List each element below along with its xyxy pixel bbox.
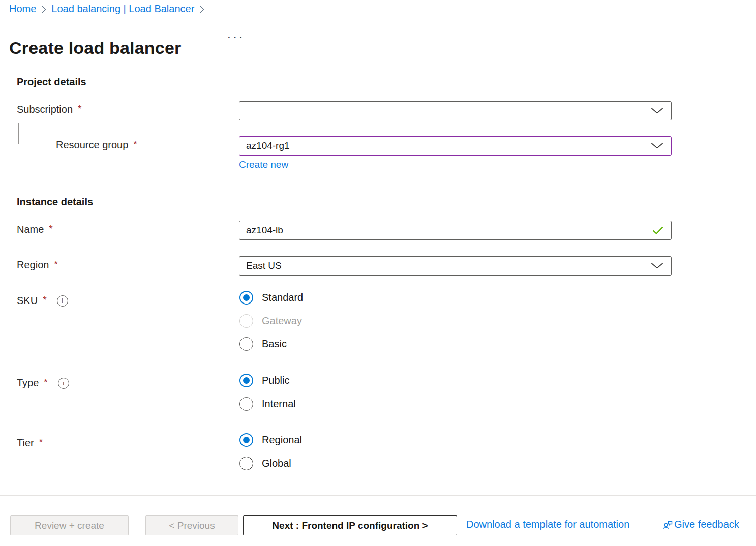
required-asterisk: * (54, 259, 57, 270)
page-title: Create load balancer (9, 38, 181, 58)
radio-sku-basic[interactable]: Basic (239, 337, 287, 351)
radio-unselected-icon (239, 337, 253, 351)
required-asterisk: * (43, 294, 46, 306)
required-asterisk: * (39, 437, 43, 448)
next-frontend-ip-button[interactable]: Next : Frontend IP configuration > (243, 515, 457, 535)
more-options-ellipsis-icon[interactable]: ··· (228, 33, 246, 43)
required-asterisk: * (49, 223, 52, 234)
feedback-icon (662, 520, 673, 530)
give-feedback-link[interactable]: Give feedback (662, 519, 739, 530)
radio-sku-standard[interactable]: Standard (239, 291, 303, 305)
required-asterisk: * (44, 377, 47, 388)
chevron-down-icon (651, 108, 663, 114)
previous-button[interactable]: < Previous (145, 515, 238, 535)
radio-tier-regional[interactable]: Regional (239, 433, 302, 447)
tier-label-text: Tier (17, 437, 34, 449)
sub-resource-connector-line (18, 123, 50, 144)
tier-label: Tier * (17, 437, 43, 449)
chevron-down-icon (651, 143, 663, 149)
resource-group-label-text: Resource group (56, 139, 128, 151)
info-icon[interactable]: i (57, 295, 68, 307)
subscription-label-text: Subscription (17, 104, 73, 115)
radio-label: Regional (262, 434, 302, 446)
name-label: Name * (17, 224, 53, 235)
radio-tier-global[interactable]: Global (239, 457, 291, 470)
create-load-balancer-page: Home Load balancing | Load Balancer Crea… (0, 0, 756, 546)
radio-unselected-icon (239, 457, 253, 470)
resource-group-label: Resource group * (56, 139, 137, 151)
radio-disabled-icon (239, 314, 253, 328)
chevron-right-icon (199, 5, 204, 14)
breadcrumb-load-balancing-link[interactable]: Load balancing | Load Balancer (51, 3, 194, 15)
download-template-link[interactable]: Download a template for automation (466, 519, 629, 530)
subscription-dropdown[interactable] (239, 101, 672, 120)
radio-selected-icon (239, 374, 253, 387)
sku-label: SKU * i (17, 295, 68, 307)
name-input[interactable]: az104-lb (239, 221, 672, 240)
radio-sku-gateway: Gateway (239, 314, 302, 328)
resource-group-value: az104-rg1 (246, 140, 290, 151)
chevron-right-icon (41, 5, 46, 14)
section-heading-project-details: Project details (17, 76, 86, 88)
radio-label: Public (262, 375, 289, 386)
section-heading-instance-details: Instance details (17, 196, 93, 208)
type-label: Type * i (17, 377, 69, 389)
name-value: az104-lb (246, 225, 283, 236)
region-label-text: Region (17, 259, 49, 271)
radio-label: Standard (262, 292, 303, 304)
create-new-link[interactable]: Create new (239, 159, 288, 170)
radio-selected-icon (239, 291, 253, 305)
chevron-down-icon (651, 263, 663, 269)
radio-type-public[interactable]: Public (239, 374, 289, 387)
radio-unselected-icon (239, 397, 253, 411)
radio-label: Gateway (262, 315, 302, 327)
breadcrumb-home-link[interactable]: Home (9, 3, 36, 15)
radio-label: Basic (262, 338, 287, 350)
resource-group-dropdown[interactable]: az104-rg1 (239, 136, 672, 156)
breadcrumb: Home Load balancing | Load Balancer (9, 3, 204, 15)
name-label-text: Name (17, 224, 44, 235)
region-label: Region * (17, 259, 58, 271)
give-feedback-label: Give feedback (674, 519, 739, 530)
required-asterisk: * (78, 103, 81, 114)
type-label-text: Type (17, 377, 39, 389)
footer-divider (0, 495, 756, 496)
checkmark-icon (652, 226, 663, 234)
required-asterisk: * (133, 139, 137, 150)
radio-label: Internal (262, 398, 296, 410)
region-value: East US (246, 260, 282, 271)
info-icon[interactable]: i (58, 378, 69, 389)
radio-type-internal[interactable]: Internal (239, 397, 296, 411)
region-dropdown[interactable]: East US (239, 256, 672, 276)
radio-label: Global (262, 458, 291, 469)
subscription-label: Subscription * (17, 104, 81, 115)
review-create-button[interactable]: Review + create (10, 515, 129, 535)
radio-selected-icon (239, 433, 253, 447)
sku-label-text: SKU (17, 295, 38, 307)
